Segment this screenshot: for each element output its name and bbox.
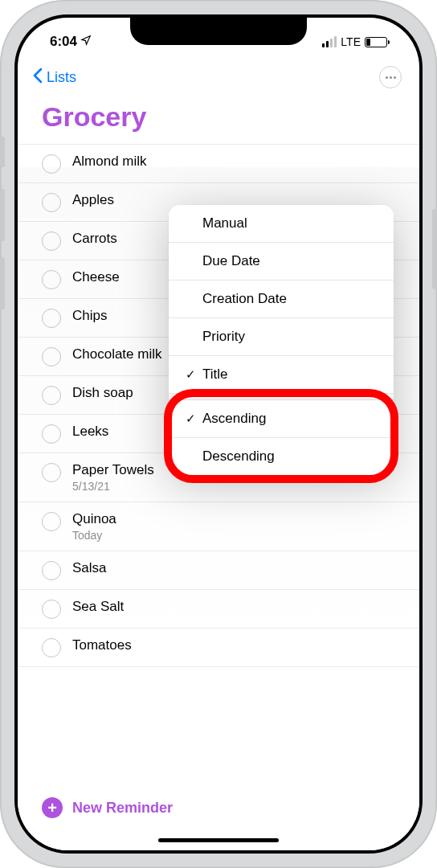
status-time: 6:04 (50, 34, 77, 50)
menu-item-label: Creation Date (202, 291, 379, 307)
cellular-signal-icon (322, 36, 337, 47)
volume-up-button (0, 189, 5, 241)
reminder-title: Salsa (72, 560, 403, 576)
completion-circle[interactable] (42, 309, 61, 328)
reminder-title: Sea Salt (72, 599, 403, 615)
completion-circle[interactable] (42, 600, 61, 619)
menu-item-label: Manual (202, 215, 379, 231)
battery-icon (365, 37, 387, 47)
navigation-bar: Lists (18, 58, 419, 96)
menu-item-label: Ascending (202, 411, 379, 427)
sort-option-title[interactable]: ✓Title (169, 356, 394, 394)
phone-frame: 6:04 LTE List (0, 0, 437, 868)
menu-item-label: Priority (202, 329, 379, 345)
sort-option-creation-date[interactable]: Creation Date (169, 280, 394, 318)
reminder-subtitle: 5/13/21 (72, 480, 403, 493)
list-title: Grocery (18, 96, 419, 144)
volume-down-button (0, 257, 5, 309)
completion-circle[interactable] (42, 463, 61, 482)
checkmark-icon: ✓ (183, 411, 198, 426)
completion-circle[interactable] (42, 193, 61, 212)
reminder-subtitle: Today (72, 529, 403, 542)
checkmark-icon: ✓ (183, 367, 198, 382)
sort-option-descending[interactable]: Descending (169, 438, 394, 475)
completion-circle[interactable] (42, 347, 61, 366)
reminder-item[interactable]: Almond milk (18, 144, 419, 183)
completion-circle[interactable] (42, 424, 61, 444)
completion-circle[interactable] (42, 561, 61, 580)
back-button[interactable]: Lists (32, 68, 76, 88)
network-label: LTE (341, 35, 361, 48)
completion-circle[interactable] (42, 154, 61, 174)
completion-circle[interactable] (42, 386, 61, 405)
more-options-button[interactable] (379, 66, 402, 88)
completion-circle[interactable] (42, 638, 61, 657)
location-icon (80, 34, 92, 50)
back-label: Lists (47, 69, 76, 86)
device-notch (130, 18, 307, 45)
reminder-title: Quinoa (72, 511, 403, 527)
sort-menu: ManualDue DateCreation DatePriority✓Titl… (169, 205, 394, 475)
home-indicator[interactable] (158, 838, 279, 842)
new-reminder-button[interactable]: New Reminder (72, 800, 173, 817)
sort-option-priority[interactable]: Priority (169, 318, 394, 356)
reminder-item[interactable]: Tomatoes (18, 628, 419, 667)
reminder-title: Tomatoes (72, 637, 403, 653)
reminder-item[interactable]: Salsa (18, 551, 419, 590)
reminder-title: Almond milk (72, 154, 403, 170)
menu-item-label: Due Date (202, 253, 379, 269)
completion-circle[interactable] (42, 231, 61, 251)
reminder-item[interactable]: QuinoaToday (18, 502, 419, 551)
completion-circle[interactable] (42, 270, 61, 289)
power-button (432, 209, 437, 289)
silent-switch (0, 137, 5, 167)
menu-item-label: Title (202, 366, 379, 383)
reminder-item[interactable]: Sea Salt (18, 590, 419, 628)
sort-option-due-date[interactable]: Due Date (169, 243, 394, 280)
chevron-left-icon (32, 68, 43, 88)
menu-separator (169, 394, 394, 400)
menu-item-label: Descending (202, 448, 379, 465)
plus-circle-icon[interactable]: + (42, 797, 63, 818)
sort-option-manual[interactable]: Manual (169, 205, 394, 243)
sort-option-ascending[interactable]: ✓Ascending (169, 400, 394, 438)
completion-circle[interactable] (42, 512, 61, 531)
